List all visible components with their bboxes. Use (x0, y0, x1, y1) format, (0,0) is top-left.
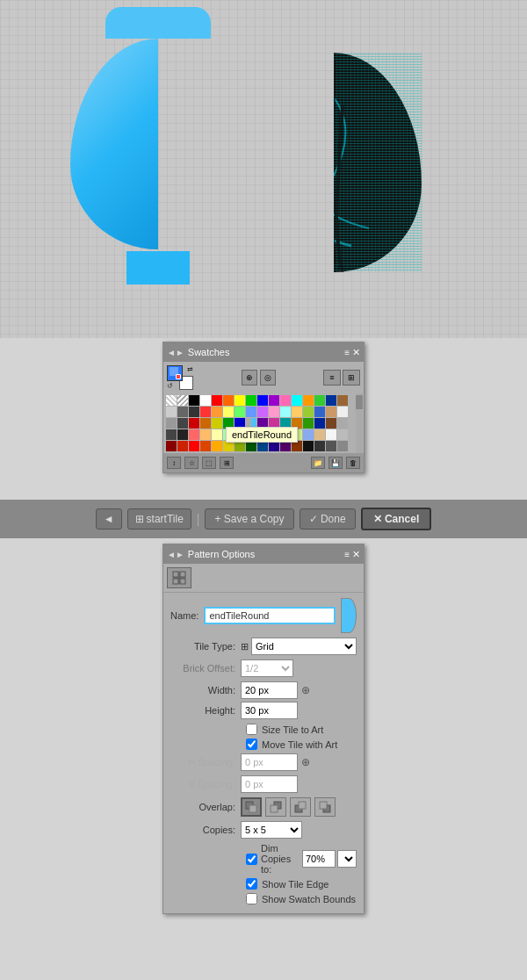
footer-icon-save[interactable]: 💾 (328, 457, 343, 469)
swatch-cell[interactable] (166, 418, 177, 429)
overlap-btn-bl[interactable] (290, 797, 311, 817)
swatch-cell[interactable] (292, 407, 302, 417)
swatch-cell[interactable] (223, 407, 234, 417)
swatch-cell[interactable] (235, 395, 245, 406)
swatch-cell[interactable] (166, 407, 177, 417)
swatch-cell[interactable] (200, 407, 211, 417)
height-input[interactable] (241, 702, 298, 719)
swatch-cell[interactable] (280, 395, 291, 406)
swatch-cell[interactable] (337, 418, 348, 429)
swatch-cell[interactable] (212, 407, 222, 417)
done-button[interactable]: ✓ Done (300, 508, 356, 530)
swatch-cell[interactable] (303, 418, 314, 429)
dim-copies-input[interactable] (302, 850, 336, 868)
footer-icon-delete[interactable]: 🗑 (346, 457, 360, 469)
swatch-cell[interactable] (166, 429, 177, 440)
dim-copies-unit-select[interactable]: ▼ (337, 850, 357, 868)
swatch-cell[interactable] (223, 395, 234, 406)
color-swap-icon[interactable]: ⇄ (187, 365, 193, 373)
swatch-cell[interactable] (314, 395, 325, 406)
footer-icon-folder[interactable]: 📁 (311, 457, 325, 469)
swatch-cell[interactable] (326, 429, 336, 440)
swatch-cell[interactable] (314, 429, 325, 440)
swatch-cell[interactable] (212, 441, 222, 451)
swatch-cell[interactable] (292, 395, 302, 406)
swatch-cell[interactable] (177, 429, 188, 440)
back-nav-button[interactable]: ◄ (96, 508, 122, 530)
v-spacing-input[interactable] (241, 775, 298, 793)
swatch-cell[interactable] (303, 407, 314, 417)
swatch-cell[interactable] (212, 418, 222, 429)
swatch-cell[interactable] (257, 407, 268, 417)
overlap-btn-tr[interactable] (265, 797, 286, 817)
fg-color-box[interactable] (167, 365, 183, 381)
swatch-cell[interactable] (177, 395, 188, 406)
swatch-cell[interactable] (177, 441, 188, 451)
swatch-target-icon[interactable]: ◎ (260, 370, 276, 386)
h-spacing-input[interactable] (241, 753, 298, 771)
swatch-cell[interactable] (189, 418, 199, 429)
transform-btn[interactable] (167, 567, 191, 588)
swatch-cell[interactable] (212, 395, 222, 406)
add-swatch-icon[interactable]: ⊕ (242, 370, 257, 386)
swatch-cell[interactable] (166, 395, 177, 406)
swatch-cell[interactable] (326, 407, 336, 417)
swatch-cell[interactable] (189, 429, 199, 440)
color-reset-icon[interactable]: ↺ (167, 382, 173, 390)
move-tile-checkbox[interactable] (246, 739, 257, 750)
swatch-cell[interactable] (303, 441, 314, 451)
swatch-cell[interactable] (200, 418, 211, 429)
swatch-cell[interactable] (326, 418, 336, 429)
list-view-btn[interactable]: ≡ (323, 370, 341, 386)
scroll-thumb[interactable] (356, 395, 363, 409)
swatch-cell[interactable] (337, 441, 348, 451)
swatch-cell[interactable] (269, 407, 279, 417)
fg-bg-selector[interactable]: ⇄ ↺ (167, 365, 193, 390)
swatch-cell[interactable] (166, 441, 177, 451)
copies-select[interactable]: 5 x 5 3 x 3 7 x 7 (241, 821, 302, 839)
swatch-cell[interactable] (314, 407, 325, 417)
swatch-cell[interactable] (189, 441, 199, 451)
swatch-cell[interactable] (314, 441, 325, 451)
swatch-cell[interactable] (280, 407, 291, 417)
overlap-btn-br[interactable] (314, 797, 336, 817)
swatch-cell[interactable] (303, 395, 314, 406)
swatch-cell[interactable] (189, 395, 199, 406)
swatch-cell[interactable] (314, 418, 325, 429)
swatch-cell[interactable] (177, 418, 188, 429)
po-menu-icon[interactable]: ≡ (344, 550, 350, 559)
swatch-cell[interactable] (303, 429, 314, 440)
swatch-cell[interactable] (246, 407, 256, 417)
swatch-cell[interactable] (246, 395, 256, 406)
size-tile-checkbox[interactable] (246, 724, 257, 735)
po-close-icon[interactable]: ✕ (352, 549, 360, 560)
swatch-cell[interactable] (177, 407, 188, 417)
footer-icon-2[interactable]: ☆ (184, 457, 199, 469)
swatch-cell[interactable] (200, 429, 211, 440)
forward-nav-button[interactable]: ⊞ startTile (127, 508, 191, 530)
swatch-cell[interactable] (200, 441, 211, 451)
footer-icon-4[interactable]: ⊞ (220, 457, 234, 469)
swatch-cell[interactable] (235, 407, 245, 417)
width-input[interactable] (241, 681, 298, 699)
dim-copies-checkbox[interactable] (246, 854, 257, 865)
show-swatch-bounds-checkbox[interactable] (246, 893, 257, 904)
swatches-close-icon[interactable]: ✕ (352, 347, 360, 358)
swatch-cell[interactable] (337, 407, 348, 417)
swatch-cell[interactable] (189, 407, 199, 417)
swatch-cell[interactable] (212, 429, 222, 440)
footer-icon-3[interactable]: ⬚ (202, 457, 216, 469)
show-tile-edge-checkbox[interactable] (246, 878, 257, 890)
save-copy-button[interactable]: + Save a Copy (205, 508, 293, 530)
swatches-menu-icon[interactable]: ≡ (344, 348, 350, 357)
overlap-btn-tl[interactable] (241, 797, 262, 817)
swatch-cell[interactable] (200, 395, 211, 406)
swatch-cell[interactable] (337, 395, 348, 406)
grid-view-btn[interactable]: ⊞ (343, 370, 360, 386)
swatch-cell[interactable] (269, 395, 279, 406)
swatch-cell[interactable] (326, 441, 336, 451)
footer-icon-1[interactable]: ↕ (167, 457, 181, 469)
swatch-cell[interactable] (257, 395, 268, 406)
name-input[interactable] (204, 607, 336, 624)
tile-type-select[interactable]: Grid Brick by Row Brick by Column Hex by… (251, 638, 357, 655)
